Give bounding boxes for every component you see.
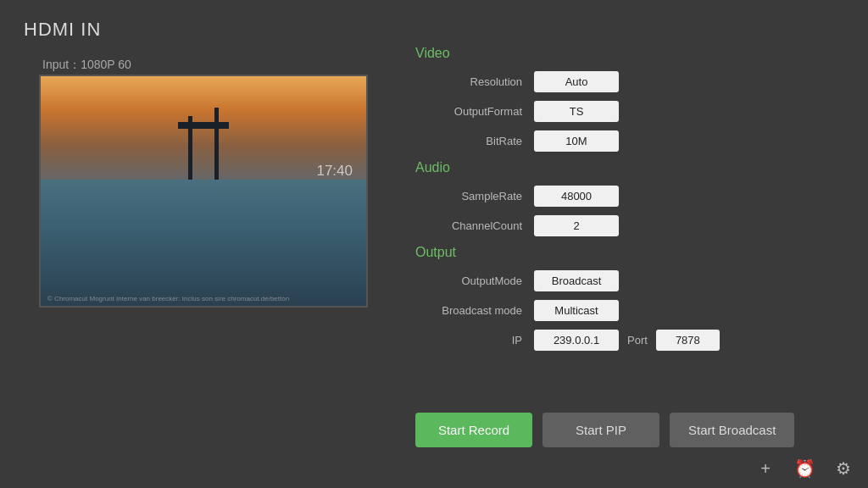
right-panel: Video Resolution Auto OutputFormat TS Bi… — [415, 42, 851, 359]
photo-credit: © Chromacut Mogrunt Interne van breecker… — [47, 295, 289, 302]
samplerate-value[interactable]: 48000 — [534, 186, 619, 207]
page-title: HDMI IN — [24, 19, 101, 41]
ip-port-group: 239.0.0.1 Port 7878 — [534, 330, 720, 351]
ip-value[interactable]: 239.0.0.1 — [534, 330, 619, 351]
outputformat-value[interactable]: TS — [534, 101, 619, 122]
samplerate-label: SampleRate — [415, 190, 534, 202]
dock-platform — [178, 122, 229, 129]
outputformat-label: OutputFormat — [415, 105, 534, 118]
bitrate-value[interactable]: 10M — [534, 130, 619, 152]
outputmode-value[interactable]: Broadcast — [534, 270, 619, 291]
ip-label: IP — [415, 334, 534, 347]
outputformat-row: OutputFormat TS — [415, 101, 851, 122]
video-section-label: Video — [415, 46, 851, 61]
broadcastmode-label: Broadcast mode — [415, 304, 534, 317]
bitrate-label: BitRate — [415, 135, 534, 147]
add-icon[interactable]: + — [754, 458, 776, 480]
start-broadcast-button[interactable]: Start Broadcast — [670, 413, 794, 447]
start-record-button[interactable]: Start Record — [415, 413, 532, 447]
bottom-toolbar: + ⏰ ⚙ — [754, 458, 854, 480]
port-label: Port — [627, 334, 648, 347]
resolution-label: Resolution — [415, 75, 534, 88]
broadcastmode-value[interactable]: Multicast — [534, 300, 619, 321]
clock-icon[interactable]: ⏰ — [793, 458, 815, 480]
samplerate-row: SampleRate 48000 — [415, 186, 851, 207]
resolution-value[interactable]: Auto — [534, 71, 619, 92]
video-timestamp: 17:40 — [316, 163, 353, 180]
audio-section-label: Audio — [415, 160, 851, 175]
ip-row: IP 239.0.0.1 Port 7878 — [415, 330, 851, 351]
video-reflection — [41, 180, 366, 306]
bitrate-row: BitRate 10M — [415, 130, 851, 152]
port-value[interactable]: 7878 — [656, 330, 720, 351]
channelcount-row: ChannelCount 2 — [415, 215, 851, 236]
broadcastmode-row: Broadcast mode Multicast — [415, 300, 851, 321]
dock-silhouette — [178, 103, 229, 180]
channelcount-label: ChannelCount — [415, 219, 534, 232]
outputmode-row: OutputMode Broadcast — [415, 270, 851, 291]
start-pip-button[interactable]: Start PIP — [542, 413, 659, 447]
input-label: Input：1080P 60 — [42, 58, 131, 73]
buttons-row: Start Record Start PIP Start Broadcast — [415, 413, 794, 447]
dock-post-right — [214, 108, 219, 180]
video-preview: 17:40 © Chromacut Mogrunt Interne van br… — [39, 75, 368, 308]
outputmode-label: OutputMode — [415, 274, 534, 287]
channelcount-value[interactable]: 2 — [534, 215, 619, 236]
resolution-row: Resolution Auto — [415, 71, 851, 92]
dock-post-left — [188, 116, 192, 180]
output-section-label: Output — [415, 245, 851, 260]
gear-icon[interactable]: ⚙ — [832, 458, 854, 480]
